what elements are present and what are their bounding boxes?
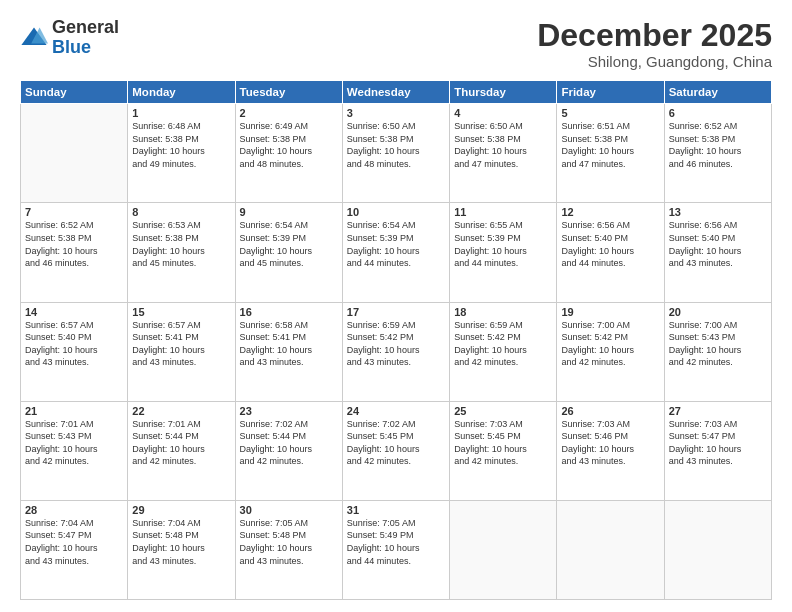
week-row-4: 21Sunrise: 7:01 AM Sunset: 5:43 PM Dayli… <box>21 401 772 500</box>
day-cell: 21Sunrise: 7:01 AM Sunset: 5:43 PM Dayli… <box>21 401 128 500</box>
day-info: Sunrise: 6:54 AM Sunset: 5:39 PM Dayligh… <box>347 219 445 269</box>
day-number: 8 <box>132 206 230 218</box>
day-number: 26 <box>561 405 659 417</box>
day-info: Sunrise: 6:50 AM Sunset: 5:38 PM Dayligh… <box>454 120 552 170</box>
location-subtitle: Shilong, Guangdong, China <box>537 53 772 70</box>
page: General Blue December 2025 Shilong, Guan… <box>0 0 792 612</box>
day-info: Sunrise: 7:02 AM Sunset: 5:44 PM Dayligh… <box>240 418 338 468</box>
day-info: Sunrise: 7:01 AM Sunset: 5:43 PM Dayligh… <box>25 418 123 468</box>
day-number: 19 <box>561 306 659 318</box>
day-info: Sunrise: 6:57 AM Sunset: 5:40 PM Dayligh… <box>25 319 123 369</box>
day-number: 28 <box>25 504 123 516</box>
header-cell-tuesday: Tuesday <box>235 81 342 104</box>
day-info: Sunrise: 6:55 AM Sunset: 5:39 PM Dayligh… <box>454 219 552 269</box>
day-cell: 15Sunrise: 6:57 AM Sunset: 5:41 PM Dayli… <box>128 302 235 401</box>
day-info: Sunrise: 6:56 AM Sunset: 5:40 PM Dayligh… <box>669 219 767 269</box>
week-row-5: 28Sunrise: 7:04 AM Sunset: 5:47 PM Dayli… <box>21 500 772 599</box>
day-number: 5 <box>561 107 659 119</box>
day-cell: 17Sunrise: 6:59 AM Sunset: 5:42 PM Dayli… <box>342 302 449 401</box>
day-info: Sunrise: 6:51 AM Sunset: 5:38 PM Dayligh… <box>561 120 659 170</box>
day-number: 15 <box>132 306 230 318</box>
day-number: 9 <box>240 206 338 218</box>
week-row-1: 1Sunrise: 6:48 AM Sunset: 5:38 PM Daylig… <box>21 104 772 203</box>
day-cell: 9Sunrise: 6:54 AM Sunset: 5:39 PM Daylig… <box>235 203 342 302</box>
header-cell-monday: Monday <box>128 81 235 104</box>
day-number: 11 <box>454 206 552 218</box>
day-number: 4 <box>454 107 552 119</box>
day-cell <box>664 500 771 599</box>
day-number: 18 <box>454 306 552 318</box>
day-number: 23 <box>240 405 338 417</box>
day-number: 7 <box>25 206 123 218</box>
day-number: 14 <box>25 306 123 318</box>
day-number: 10 <box>347 206 445 218</box>
day-cell: 29Sunrise: 7:04 AM Sunset: 5:48 PM Dayli… <box>128 500 235 599</box>
day-cell <box>557 500 664 599</box>
day-info: Sunrise: 6:52 AM Sunset: 5:38 PM Dayligh… <box>669 120 767 170</box>
day-cell: 6Sunrise: 6:52 AM Sunset: 5:38 PM Daylig… <box>664 104 771 203</box>
header-row: SundayMondayTuesdayWednesdayThursdayFrid… <box>21 81 772 104</box>
day-number: 21 <box>25 405 123 417</box>
day-info: Sunrise: 7:02 AM Sunset: 5:45 PM Dayligh… <box>347 418 445 468</box>
day-cell: 16Sunrise: 6:58 AM Sunset: 5:41 PM Dayli… <box>235 302 342 401</box>
calendar-header: SundayMondayTuesdayWednesdayThursdayFrid… <box>21 81 772 104</box>
day-info: Sunrise: 6:59 AM Sunset: 5:42 PM Dayligh… <box>347 319 445 369</box>
day-cell: 3Sunrise: 6:50 AM Sunset: 5:38 PM Daylig… <box>342 104 449 203</box>
day-number: 13 <box>669 206 767 218</box>
day-number: 24 <box>347 405 445 417</box>
day-number: 3 <box>347 107 445 119</box>
day-number: 2 <box>240 107 338 119</box>
day-number: 30 <box>240 504 338 516</box>
day-info: Sunrise: 7:05 AM Sunset: 5:48 PM Dayligh… <box>240 517 338 567</box>
day-info: Sunrise: 6:59 AM Sunset: 5:42 PM Dayligh… <box>454 319 552 369</box>
day-cell: 31Sunrise: 7:05 AM Sunset: 5:49 PM Dayli… <box>342 500 449 599</box>
title-block: December 2025 Shilong, Guangdong, China <box>537 18 772 70</box>
day-info: Sunrise: 6:49 AM Sunset: 5:38 PM Dayligh… <box>240 120 338 170</box>
header-cell-saturday: Saturday <box>664 81 771 104</box>
day-info: Sunrise: 6:53 AM Sunset: 5:38 PM Dayligh… <box>132 219 230 269</box>
day-number: 27 <box>669 405 767 417</box>
header-cell-sunday: Sunday <box>21 81 128 104</box>
day-info: Sunrise: 7:04 AM Sunset: 5:48 PM Dayligh… <box>132 517 230 567</box>
day-cell <box>21 104 128 203</box>
day-cell: 26Sunrise: 7:03 AM Sunset: 5:46 PM Dayli… <box>557 401 664 500</box>
day-number: 22 <box>132 405 230 417</box>
header-cell-friday: Friday <box>557 81 664 104</box>
day-info: Sunrise: 7:00 AM Sunset: 5:43 PM Dayligh… <box>669 319 767 369</box>
day-info: Sunrise: 6:54 AM Sunset: 5:39 PM Dayligh… <box>240 219 338 269</box>
week-row-2: 7Sunrise: 6:52 AM Sunset: 5:38 PM Daylig… <box>21 203 772 302</box>
day-number: 12 <box>561 206 659 218</box>
day-cell: 22Sunrise: 7:01 AM Sunset: 5:44 PM Dayli… <box>128 401 235 500</box>
day-info: Sunrise: 7:00 AM Sunset: 5:42 PM Dayligh… <box>561 319 659 369</box>
day-cell: 19Sunrise: 7:00 AM Sunset: 5:42 PM Dayli… <box>557 302 664 401</box>
day-info: Sunrise: 7:05 AM Sunset: 5:49 PM Dayligh… <box>347 517 445 567</box>
logo-icon <box>20 24 48 52</box>
day-cell: 24Sunrise: 7:02 AM Sunset: 5:45 PM Dayli… <box>342 401 449 500</box>
day-number: 20 <box>669 306 767 318</box>
week-row-3: 14Sunrise: 6:57 AM Sunset: 5:40 PM Dayli… <box>21 302 772 401</box>
day-cell: 28Sunrise: 7:04 AM Sunset: 5:47 PM Dayli… <box>21 500 128 599</box>
day-number: 6 <box>669 107 767 119</box>
day-cell: 13Sunrise: 6:56 AM Sunset: 5:40 PM Dayli… <box>664 203 771 302</box>
day-number: 31 <box>347 504 445 516</box>
day-info: Sunrise: 6:58 AM Sunset: 5:41 PM Dayligh… <box>240 319 338 369</box>
calendar-table: SundayMondayTuesdayWednesdayThursdayFrid… <box>20 80 772 600</box>
day-info: Sunrise: 6:48 AM Sunset: 5:38 PM Dayligh… <box>132 120 230 170</box>
logo-blue: Blue <box>52 38 119 58</box>
day-cell: 10Sunrise: 6:54 AM Sunset: 5:39 PM Dayli… <box>342 203 449 302</box>
day-info: Sunrise: 7:03 AM Sunset: 5:46 PM Dayligh… <box>561 418 659 468</box>
day-info: Sunrise: 6:57 AM Sunset: 5:41 PM Dayligh… <box>132 319 230 369</box>
logo: General Blue <box>20 18 119 58</box>
day-cell: 30Sunrise: 7:05 AM Sunset: 5:48 PM Dayli… <box>235 500 342 599</box>
day-cell: 18Sunrise: 6:59 AM Sunset: 5:42 PM Dayli… <box>450 302 557 401</box>
logo-text: General Blue <box>52 18 119 58</box>
day-cell: 4Sunrise: 6:50 AM Sunset: 5:38 PM Daylig… <box>450 104 557 203</box>
calendar-body: 1Sunrise: 6:48 AM Sunset: 5:38 PM Daylig… <box>21 104 772 600</box>
header-cell-wednesday: Wednesday <box>342 81 449 104</box>
day-info: Sunrise: 6:50 AM Sunset: 5:38 PM Dayligh… <box>347 120 445 170</box>
day-cell: 8Sunrise: 6:53 AM Sunset: 5:38 PM Daylig… <box>128 203 235 302</box>
header: General Blue December 2025 Shilong, Guan… <box>20 18 772 70</box>
day-cell: 27Sunrise: 7:03 AM Sunset: 5:47 PM Dayli… <box>664 401 771 500</box>
day-cell: 11Sunrise: 6:55 AM Sunset: 5:39 PM Dayli… <box>450 203 557 302</box>
header-cell-thursday: Thursday <box>450 81 557 104</box>
